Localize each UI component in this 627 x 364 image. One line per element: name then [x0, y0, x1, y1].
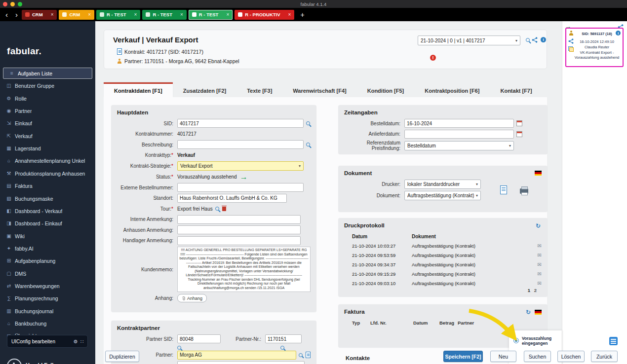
drucker-select[interactable]: lokaler Standarddrucker▾	[404, 180, 481, 189]
sidebar-item-planungsrechnung[interactable]: ∑Planungsrechnung	[3, 292, 92, 304]
mail-icon[interactable]: ✉	[532, 262, 542, 267]
delete-tour-icon[interactable]	[222, 207, 226, 211]
partner-nr-input[interactable]	[265, 334, 302, 343]
tab-kontakt[interactable]: Kontakt [F7]	[490, 82, 542, 97]
sidebar-item-aufgaben-liste[interactable]: ≡Aufgaben Liste	[3, 68, 92, 79]
tab-kontraktdaten[interactable]: Kontraktdaten [F1]	[104, 82, 173, 97]
druckprotokoll-row[interactable]: 21-10-2024 09:03:10Auftragsbestätigung (…	[344, 279, 542, 288]
sidebar-item-dashboard-einkauf[interactable]: ◨Dashboard - Einkauf	[3, 218, 92, 229]
calendar-icon[interactable]	[516, 120, 522, 126]
german-flag-icon[interactable]	[535, 310, 542, 315]
zurueck-button[interactable]: Zurück	[591, 351, 618, 362]
sidebar-item-benutzer-gruppe[interactable]: ◫Benutzer Gruppe	[3, 80, 92, 91]
beschreibung-input[interactable]	[177, 140, 304, 149]
sidebar-item-einkauf[interactable]: ⇲Einkauf	[3, 117, 92, 129]
handlager-anmerkung-input[interactable]	[177, 236, 301, 245]
sidebar-item-verkauf[interactable]: ⇱Verkauf	[3, 130, 92, 142]
tab-r-produktiv[interactable]: R - PRODUKTIV ×	[235, 10, 294, 20]
vorauszahlung-radio[interactable]	[513, 338, 519, 343]
anhang-button[interactable]: Anhang	[177, 294, 207, 302]
search-icon[interactable]	[215, 207, 219, 211]
partner-sid-input[interactable]	[177, 334, 221, 343]
duplizieren-button[interactable]: Duplizieren	[105, 351, 139, 362]
search-version-icon[interactable]	[526, 38, 530, 42]
notification-card[interactable]: i SID: 5891137 (18) 16-10-2024 12:49:10 …	[565, 28, 624, 67]
refresh-icon[interactable]: ↻	[526, 309, 531, 315]
tab-kondition[interactable]: Kondition [F5]	[357, 82, 415, 97]
anhausen-anmerkung-input[interactable]	[177, 225, 301, 234]
mail-icon[interactable]: ✉	[532, 253, 542, 258]
partner-doc-icon[interactable]	[306, 352, 311, 358]
calendar-icon[interactable]	[516, 131, 522, 137]
strategie-select[interactable]: Verkauf Export▾	[177, 161, 304, 171]
uiconfig-button[interactable]: UIConfig bearbeiten ⚙ ∷	[7, 335, 88, 348]
sidebar-item-annahmestellenplanung[interactable]: ⌂Annahmestellenplanung Unkel	[3, 155, 92, 166]
search-icon[interactable]	[306, 121, 310, 125]
tab-kontraktposition[interactable]: Kontraktposition [F6]	[414, 82, 490, 97]
sidebar-item-buchungsjournal[interactable]: ▥Buchungsjournal	[3, 305, 92, 317]
sidebar-item-rolle[interactable]: ⚙Rolle	[3, 93, 92, 104]
warning-icon[interactable]: !	[430, 55, 436, 61]
mail-icon[interactable]: ✉	[532, 281, 542, 286]
forward-button[interactable]: ›	[13, 10, 20, 19]
loeschen-button[interactable]: Löschen	[557, 351, 585, 362]
notes-icon[interactable]	[609, 337, 618, 345]
mail-icon[interactable]: ✉	[532, 243, 542, 249]
avatar[interactable]	[7, 359, 22, 364]
sidebar-item-faktura[interactable]: ▤Faktura	[3, 180, 92, 191]
tab-r-test-1[interactable]: R - TEST ×	[96, 10, 140, 20]
sid-input[interactable]	[177, 119, 304, 128]
close-tab-icon[interactable]: ×	[51, 12, 54, 17]
search-partner-sid-icon[interactable]	[177, 346, 181, 350]
close-tab-icon[interactable]: ×	[88, 12, 91, 17]
tab-zusatzdaten[interactable]: Zusatzdaten [F2]	[173, 82, 236, 97]
close-tab-icon[interactable]: ×	[180, 12, 183, 17]
sidebar-item-dms[interactable]: ▢DMS	[3, 268, 92, 279]
tab-crm-2[interactable]: CRM ×	[59, 10, 94, 20]
partner-input[interactable]	[177, 351, 296, 360]
close-tab-icon[interactable]: ×	[226, 12, 229, 17]
standort-input[interactable]	[177, 194, 287, 203]
neu-button[interactable]: Neu	[490, 351, 516, 362]
kundenmemo-box[interactable]: !!!! ACHTUNG GENERELL PRO BESTELLUNG SEP…	[177, 247, 311, 292]
sidebar-item-bankbuchung[interactable]: ⌂Bankbuchung	[3, 318, 92, 329]
partner-extra-input[interactable]	[177, 361, 305, 364]
druckprotokoll-row[interactable]: 21-10-2024 09:15:29Auftragsbestätigung (…	[344, 269, 542, 279]
referenzdatum-select[interactable]: Bestelldatum▾	[404, 141, 514, 150]
sidebar-item-wiki[interactable]: ▣Wiki	[3, 230, 92, 242]
tab-crm-1[interactable]: CRM ×	[22, 10, 57, 20]
page-1[interactable]: 1	[528, 288, 530, 293]
mail-icon[interactable]: ✉	[532, 271, 542, 277]
druckprotokoll-row[interactable]: 21-10-2024 09:53:59Auftragsbestätigung (…	[344, 251, 542, 260]
dokument-select[interactable]: Auftragsbestätigung (Kontrakt)▾	[404, 191, 481, 200]
search-partner-icon[interactable]	[299, 353, 303, 357]
sidebar-item-dashboard-verkauf[interactable]: ◧Dashboard - Verkauf	[3, 205, 92, 217]
sidebar-item-produktionsplanung[interactable]: ⚒Produktionsplanung Anhausen	[3, 168, 92, 179]
close-tab-icon[interactable]: ×	[134, 12, 137, 17]
page-2[interactable]: 2	[534, 288, 537, 293]
sidebar-item-partner[interactable]: ◉Partner	[3, 105, 92, 116]
status-arrow-icon[interactable]: →	[240, 173, 248, 182]
anlieferdatum-input[interactable]	[404, 130, 514, 139]
search-partner-nr-icon[interactable]	[280, 346, 284, 350]
new-tab-button[interactable]: +	[300, 11, 304, 19]
druckprotokoll-row[interactable]: 21-10-2024 10:03:27Auftragsbestätigung (…	[344, 241, 542, 251]
info-icon[interactable]: i	[541, 37, 546, 42]
printer-icon[interactable]	[520, 188, 528, 194]
tab-r-test-2[interactable]: R - TEST ×	[142, 10, 186, 20]
tab-warenwirtschaft[interactable]: Warenwirtschaft [F4]	[282, 82, 356, 97]
search-icon[interactable]	[306, 143, 310, 146]
sidebar-item-lagerstand[interactable]: ▦Lagerstand	[3, 143, 92, 154]
interne-anmerkung-input[interactable]	[177, 215, 301, 224]
bestelldatum-input[interactable]	[404, 119, 514, 128]
refresh-icon[interactable]: ↻	[536, 223, 541, 229]
tab-texte[interactable]: Texte [F3]	[236, 82, 282, 97]
tab-r-test-3-active[interactable]: R - TEST ×	[189, 10, 233, 20]
suchen-button[interactable]: Suchen	[524, 351, 551, 362]
german-flag-icon[interactable]	[535, 171, 542, 176]
sidebar-item-fabby-ai[interactable]: ✦fabby.AI	[3, 243, 92, 254]
share-icon[interactable]	[532, 37, 538, 43]
version-select[interactable]: 21-10-2024 | 0 | v1 | 4017217 ▾	[418, 36, 520, 45]
externe-bestellnummer-input[interactable]	[177, 183, 304, 192]
preview-doc-icon[interactable]	[500, 185, 507, 194]
